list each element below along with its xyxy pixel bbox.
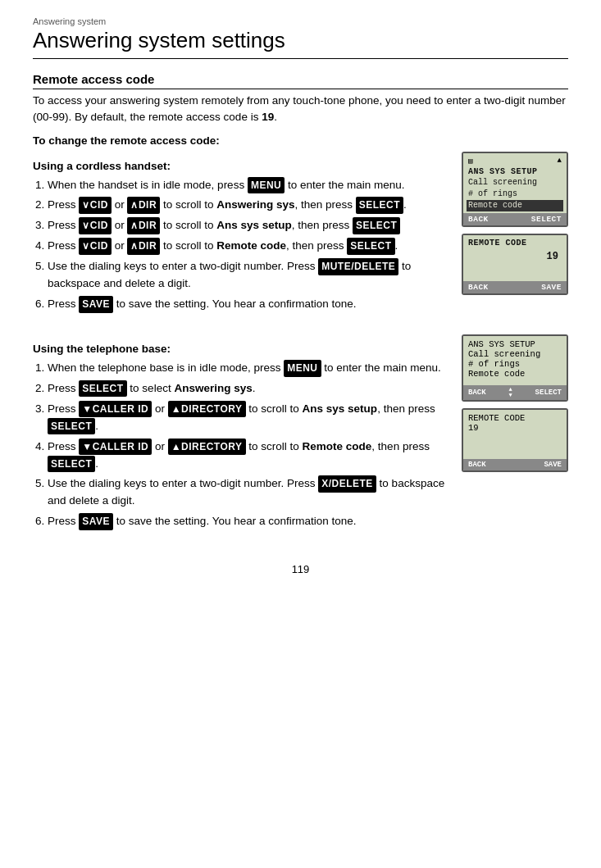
screen-1-line-3-highlighted: Remote code [467, 200, 563, 211]
handset-step-4: Press ∨CID or ∧DIR to scroll to Remote c… [48, 238, 448, 255]
breadcrumb: Answering system [33, 16, 568, 26]
base-menu-button: MENU [284, 360, 321, 377]
screen-2-title: REMOTE CODE [468, 239, 562, 248]
screen-arrow: ▲ [558, 157, 562, 166]
base-steps-list: When the telephone base is in idle mode,… [48, 360, 448, 530]
base-save-label: SAVE [79, 513, 113, 530]
base-instructions: Using the telephone base: When the telep… [33, 334, 448, 539]
base-section: Using the telephone base: When the telep… [33, 334, 568, 539]
base-step-6: Press SAVE to save the setting. You hear… [48, 513, 448, 530]
page-number: 119 [33, 563, 568, 575]
change-label: To change the remote access code: [33, 134, 568, 147]
base-step-5: Use the dialing keys to enter a two-digi… [48, 475, 448, 510]
select-label: SELECT [356, 197, 403, 214]
caller-id-down2: ▼CALLER ID [79, 439, 152, 456]
base-footer-save-2: SAVE [544, 461, 562, 469]
footer-save-2: SAVE [541, 283, 562, 292]
base-step-1: When the telephone base is in idle mode,… [48, 360, 448, 377]
select-label3: SELECT [347, 238, 394, 255]
base-step-2: Press SELECT to select Answering sys. [48, 380, 448, 398]
base-label: Using the telephone base: [33, 343, 448, 355]
dir-up-label2: ∧DIR [127, 217, 160, 234]
handset-step-5: Use the dialing keys to enter a two-digi… [48, 258, 448, 293]
handset-screen-1-body: ▤ ▲ ANS SYS SETUP Call screening # of ri… [463, 153, 567, 213]
base-screen-2: REMOTE CODE 19 BACK SAVE [462, 408, 568, 472]
handset-screen-2-body: REMOTE CODE 19 [463, 235, 567, 281]
caller-id-down: ▼CALLER ID [79, 401, 152, 418]
select-label2: SELECT [353, 217, 400, 234]
dir-up-label3: ∧DIR [127, 238, 160, 255]
handset-step-1: When the handset is in idle mode, press … [48, 177, 448, 194]
base-screen-2-title: REMOTE CODE [468, 413, 562, 423]
base-screen-1: ANS SYS SETUP Call screening # of rings … [462, 334, 568, 402]
dir-up-label: ∧DIR [127, 197, 160, 214]
handset-step-6: Press SAVE to save the setting. You hear… [48, 296, 448, 313]
directory-up2: ▲DIRECTORY [168, 439, 246, 456]
footer-select: SELECT [531, 215, 562, 224]
x-delete-label: X/DELETE [318, 475, 376, 493]
base-screen-1-body: ANS SYS SETUP Call screening # of rings … [463, 336, 567, 385]
cid-down-label3: ∨CID [79, 238, 112, 255]
base-step-4: Press ▼CALLER ID or ▲DIRECTORY to scroll… [48, 439, 448, 473]
screen-icon-row: ▤ ▲ [468, 157, 562, 166]
handset-steps-list: When the handset is in idle mode, press … [48, 177, 448, 313]
base-screen-line-2: # of rings [468, 359, 562, 369]
handset-instructions: Using a cordless handset: When the hands… [33, 152, 448, 321]
base-select-1: SELECT [79, 380, 126, 398]
cid-down-label: ∨CID [79, 197, 112, 214]
base-footer-arrow: ▲ ▼ [509, 387, 512, 398]
base-footer-back: BACK [468, 389, 486, 397]
directory-up: ▲DIRECTORY [168, 401, 246, 418]
base-footer-back-2: BACK [468, 461, 486, 469]
handset-screen-1: ▤ ▲ ANS SYS SETUP Call screening # of ri… [462, 152, 568, 227]
base-screen-1-footer: BACK ▲ ▼ SELECT [463, 385, 567, 400]
base-screen-1-title: ANS SYS SETUP [468, 339, 562, 349]
handset-section: Using a cordless handset: When the hands… [33, 152, 568, 321]
base-screen-2-value: 19 [468, 423, 562, 433]
base-footer-select: SELECT [535, 389, 562, 397]
section-title-remote: Remote access code [33, 72, 568, 89]
base-screen-2-body: REMOTE CODE 19 [463, 410, 567, 459]
handset-screen-1-footer: BACK SELECT [463, 213, 567, 225]
screen-1-line-2: # of rings [468, 189, 562, 200]
base-select-3: SELECT [48, 456, 95, 473]
base-screen-line-3-highlighted: Remote code [468, 369, 562, 379]
base-screens: ANS SYS SETUP Call screening # of rings … [462, 334, 568, 472]
base-step-3: Press ▼CALLER ID or ▲DIRECTORY to scroll… [48, 401, 448, 435]
intro-text: To access your answering system remotely… [33, 93, 568, 126]
base-select-2: SELECT [48, 418, 95, 435]
screen-1-line-1: Call screening [468, 177, 562, 189]
screen-1-title: ANS SYS SETUP [468, 167, 562, 176]
handset-screen-2: REMOTE CODE 19 BACK SAVE [462, 234, 568, 295]
page-title: Answering system settings [33, 28, 568, 59]
menu-button-label: MENU [248, 177, 285, 194]
base-screen-2-footer: BACK SAVE [463, 459, 567, 470]
base-screen-line-1: Call screening [468, 349, 562, 359]
handset-screens: ▤ ▲ ANS SYS SETUP Call screening # of ri… [462, 152, 568, 295]
cid-down-label2: ∨CID [79, 217, 112, 234]
handset-step-3: Press ∨CID or ∧DIR to scroll to Ans sys … [48, 217, 448, 234]
handset-step-2: Press ∨CID or ∧DIR to scroll to Answerin… [48, 197, 448, 214]
footer-back: BACK [468, 215, 489, 224]
save-label: SAVE [79, 296, 113, 313]
handset-label: Using a cordless handset: [33, 160, 448, 172]
footer-back-2: BACK [468, 283, 489, 292]
screen-icon: ▤ [468, 157, 472, 166]
mute-delete-label: MUTE/DELETE [318, 258, 398, 275]
screen-2-value: 19 [468, 251, 562, 262]
handset-screen-2-footer: BACK SAVE [463, 281, 567, 293]
